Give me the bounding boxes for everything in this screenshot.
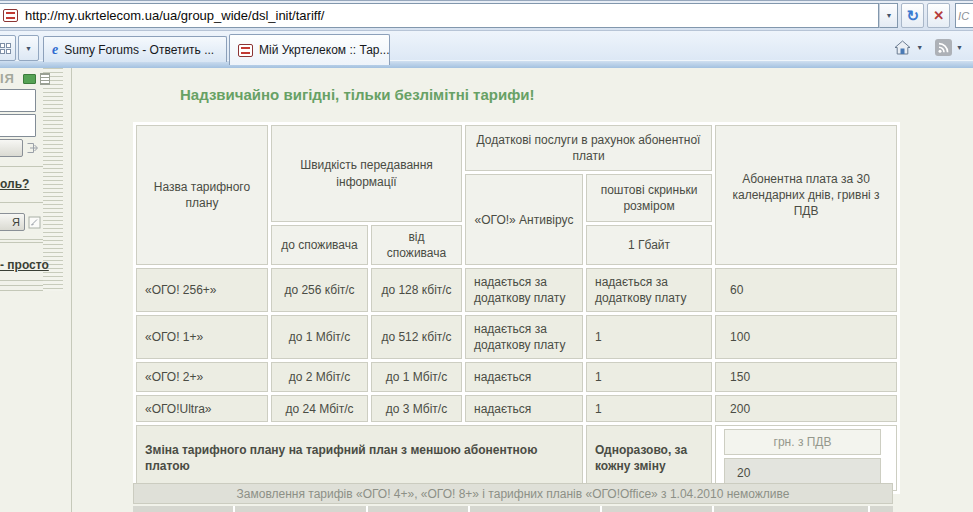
sidebar-auth-heading: ІЯ xyxy=(0,71,50,86)
ie-page-icon: e xyxy=(52,42,58,58)
browser-address-bar: http://my.ukrtelecom.ua/ua/group_wide/ds… xyxy=(0,0,973,31)
header-antivirus: «ОГО!» Антивірус xyxy=(465,174,583,265)
tab-bar: ▼ e Sumy Forums - Ответить ... Мій Укрте… xyxy=(0,31,973,68)
header-extra-services: Додаткові послуги в рахунок абонентної п… xyxy=(465,125,712,171)
tab-label: Мій Укртелеком :: Тар... xyxy=(259,43,390,57)
quick-tabs-grid-icon xyxy=(0,43,11,54)
search-text-fragment: IC xyxy=(958,10,969,22)
register-simple-link[interactable]: - просто xyxy=(0,258,49,272)
home-icon xyxy=(893,39,912,56)
password-field[interactable] xyxy=(0,114,36,137)
cell-antivirus: надається за додаткову плату xyxy=(465,268,583,312)
divider xyxy=(0,166,43,167)
login-button[interactable] xyxy=(0,139,23,157)
header-speed: Швидкість передавання інформації xyxy=(271,125,462,222)
cell-fee: 100 xyxy=(715,315,897,359)
divider xyxy=(0,280,43,281)
refresh-button[interactable]: ↻ xyxy=(901,3,924,28)
tariff-table: Назва тарифного плану Швидкість передава… xyxy=(133,122,900,494)
cell-plan: «ОГО!Ultra» xyxy=(136,395,268,422)
site-favicon xyxy=(3,9,18,22)
cell-mailbox: 1 xyxy=(586,362,712,392)
webpage-viewport: ІЯ оль? Я - просто Надзвичайно вигідні, … xyxy=(0,68,973,512)
change-fee-unit: грн. з ПДВ xyxy=(724,429,881,455)
search-input[interactable]: IC xyxy=(955,3,973,28)
auth-heading-fragment: ІЯ xyxy=(0,71,15,86)
cell-antivirus: надається xyxy=(465,395,583,422)
chevron-down-icon: ▼ xyxy=(916,44,923,51)
header-mailbox-size: 1 Гбайт xyxy=(586,225,712,265)
home-dropdown-button[interactable]: ▼ xyxy=(914,42,925,53)
change-label: Зміна тарифного плану на тарифний план з… xyxy=(136,425,583,491)
address-dropdown-button[interactable]: ▼ xyxy=(879,3,898,28)
rss-feed-icon xyxy=(935,39,952,56)
cell-speed-down: до 1 Мбіт/с xyxy=(271,315,368,359)
url-input[interactable]: http://my.ukrtelecom.ua/ua/group_wide/ds… xyxy=(0,3,879,28)
command-bar: ▼ ▼ xyxy=(891,37,973,58)
table-row: «ОГО!Ultra» до 24 Мбіт/с до 3 Мбіт/с над… xyxy=(136,395,897,422)
chevron-down-icon: ▼ xyxy=(956,44,963,51)
header-fee: Абонентна плата за 30 календарних днів, … xyxy=(715,125,897,265)
tab-ukrtelecom[interactable]: Мій Укртелеком :: Тар... ✕ xyxy=(229,34,390,65)
login-arrow-icon xyxy=(26,140,40,158)
cell-speed-up: до 1 Мбіт/с xyxy=(371,362,462,392)
cell-speed-up: до 128 кбіт/с xyxy=(371,268,462,312)
refresh-icon: ↻ xyxy=(906,8,919,23)
table-row: «ОГО! 2+» до 2 Мбіт/с до 1 Мбіт/с надаєт… xyxy=(136,362,897,392)
table-row: «ОГО! 256+» до 256 кбіт/с до 128 кбіт/с … xyxy=(136,268,897,312)
cell-speed-down: до 24 Мбіт/с xyxy=(271,395,368,422)
cell-mailbox: надається за додаткову плату xyxy=(586,268,712,312)
plan-change-row: Зміна тарифного плану на тарифний план з… xyxy=(136,425,897,491)
page-title: Надзвичайно вигідні, тільки безлімітні т… xyxy=(180,86,535,103)
cell-speed-up: до 3 Мбіт/с xyxy=(371,395,462,422)
tab-sumy-forums[interactable]: e Sumy Forums - Ответить ... xyxy=(43,36,227,62)
header-mailbox: поштові скриньки розміром xyxy=(586,174,712,222)
register-button[interactable]: Я xyxy=(0,213,25,231)
cell-mailbox: 1 xyxy=(586,315,712,359)
next-table-partial-row xyxy=(133,506,893,512)
cell-fee: 60 xyxy=(715,268,897,312)
cell-plan: «ОГО! 1+» xyxy=(136,315,268,359)
cell-fee: 200 xyxy=(715,395,897,422)
cell-mailbox: 1 xyxy=(586,395,712,422)
url-text: http://my.ukrtelecom.ua/ua/group_wide/ds… xyxy=(25,8,324,23)
feed-button[interactable] xyxy=(933,37,954,58)
cell-fee: 150 xyxy=(715,362,897,392)
stop-button[interactable]: ✕ xyxy=(927,3,950,28)
home-button[interactable] xyxy=(891,37,914,58)
divider xyxy=(0,239,43,240)
login-field[interactable] xyxy=(0,89,36,112)
list-icon xyxy=(40,73,50,85)
divider xyxy=(0,285,43,286)
sidebar-divider xyxy=(71,68,72,512)
chevron-down-icon: ▼ xyxy=(885,12,892,19)
divider xyxy=(0,202,43,203)
site-favicon xyxy=(238,44,253,57)
cell-plan: «ОГО! 2+» xyxy=(136,362,268,392)
cell-antivirus: надається xyxy=(465,362,583,392)
change-condition: Одноразово, за кожну зміну xyxy=(586,425,712,491)
tab-label: Sumy Forums - Ответить ... xyxy=(64,43,214,57)
cell-plan: «ОГО! 256+» xyxy=(136,268,268,312)
stop-icon: ✕ xyxy=(933,9,944,22)
cell-speed-down: до 2 Мбіт/с xyxy=(271,362,368,392)
register-edit-icon xyxy=(28,215,41,233)
header-speed-up: від споживача xyxy=(371,225,462,265)
change-fee-cell: грн. з ПДВ 20 xyxy=(715,425,897,491)
cell-speed-up: до 512 кбіт/с xyxy=(371,315,462,359)
header-speed-down: до споживача xyxy=(271,225,368,265)
feed-dropdown-button[interactable]: ▼ xyxy=(954,42,965,53)
chevron-down-icon: ▼ xyxy=(25,45,32,52)
forgot-password-link[interactable]: оль? xyxy=(0,177,29,191)
table-row: «ОГО! 1+» до 1 Мбіт/с до 512 кбіт/с нада… xyxy=(136,315,897,359)
status-green-icon xyxy=(23,74,36,84)
tab-list-dropdown-button[interactable]: ▼ xyxy=(18,35,39,61)
cell-antivirus: надається за додаткову плату xyxy=(465,315,583,359)
cell-speed-down: до 256 кбіт/с xyxy=(271,268,368,312)
divider xyxy=(0,290,43,291)
header-plan: Назва тарифного плану xyxy=(136,125,268,265)
divider xyxy=(0,242,43,243)
quick-tabs-button[interactable] xyxy=(0,35,16,61)
order-unavailable-note: Замовлення тарифів «ОГО! 4+», «ОГО! 8+» … xyxy=(133,483,893,504)
